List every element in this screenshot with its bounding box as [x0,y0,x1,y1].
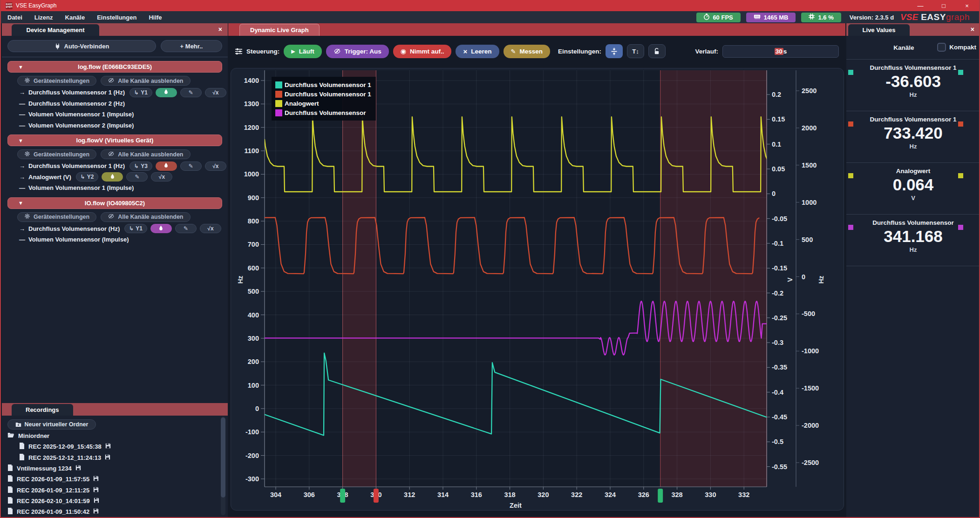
recordings-panel-body: Neuer virtueller Ordner MiniordnerREC 20… [2,416,228,517]
tab-recordings[interactable]: Recordings [12,404,73,416]
channel-color-button[interactable] [150,224,172,233]
history-input[interactable]: 30s [722,45,839,58]
save-icon [93,487,99,494]
kompakt-checkbox[interactable] [937,43,946,52]
collapse-triangle-icon[interactable]: ▼ [18,200,23,206]
svg-text:900: 900 [248,194,259,202]
menu-item-datei[interactable]: Datei [7,14,22,21]
channel-row[interactable]: →Analogwert (V)↳ Y2✎√x [2,172,228,183]
axis-assign-button[interactable]: ↳ Y3 [129,161,152,171]
channel-row[interactable]: →Durchfluss Volumensensor 1 (Hz)↳ Y3✎√x [2,161,228,172]
device-header-1[interactable]: ▼log.flowV (Virtuelles Gerät) [7,135,222,146]
device-header-0[interactable]: ▼log.flow (E066BC93EDE5) [7,61,222,73]
channel-color-button[interactable] [156,161,177,171]
tab-dynamic-live-graph[interactable]: Dynamic Live Graph [239,24,320,36]
recordings-scrollbar[interactable] [221,417,225,515]
gear-icon [24,213,30,221]
channel-color-button[interactable] [102,172,123,182]
close-button[interactable]: × [963,2,971,9]
svg-text:-2000: -2000 [802,422,819,429]
pencil-icon: ✎ [189,163,193,169]
legend-swatch [275,109,282,116]
menu-item-kanäle[interactable]: Kanäle [65,14,85,21]
channel-row[interactable]: —Volumen Volumensensor (Impulse) [2,234,228,245]
record-button[interactable]: ◉Nimmt auf.. [393,45,452,58]
folder-open-icon [7,432,14,439]
more-button[interactable]: + Mehr.. [161,40,222,52]
tab-device-management[interactable]: Device Management [12,24,99,36]
channel-row[interactable]: —Volumen Volumensensor 1 (Impulse) [2,109,228,120]
recordings-panel-bar: Recordings [2,403,228,416]
menu-item-einstellungen[interactable]: Einstellungen [97,14,136,21]
recording-folder-row[interactable]: Miniordner [2,431,228,441]
device-settings-button[interactable]: Geräteeinstellungen [17,149,96,159]
recording-file-row[interactable]: Vntilmessung 1234 [2,463,228,474]
svg-text:-200: -200 [245,452,259,459]
axis-assign-button[interactable]: ↳ Y2 [76,172,99,182]
recording-file-row[interactable]: REC 2026-02-10_14:01:59 [2,496,228,506]
live-values-panel-bar: Live Values × [846,23,980,36]
channel-edit-button[interactable]: ✎ [180,88,202,97]
device-panel-close-icon[interactable]: × [218,26,222,33]
channel-edit-button[interactable]: ✎ [180,161,202,171]
region-start-marker[interactable] [658,489,663,503]
clear-button[interactable]: ×Leeren [456,45,499,58]
channel-row[interactable]: →Durchfluss Volumensensor (Hz)↳ Y1✎√x [2,223,228,235]
measure-button[interactable]: ✎Messen [504,45,550,58]
live-values-close-icon[interactable]: × [971,26,974,33]
live-graph[interactable]: 1400130012001100100090080070060050040030… [231,68,844,511]
channel-row[interactable]: →Durchfluss Volumensensor 1 (Hz)↳ Y1✎√x [2,87,228,98]
region-shade [343,70,376,487]
recording-file-row[interactable]: REC 2026-01-09_11:50:42 [2,506,228,517]
auto-connect-button[interactable]: Auto-Verbinden [7,40,156,52]
axis-assign-button[interactable]: ↳ Y1 [129,88,152,97]
minimize-button[interactable]: — [917,2,924,9]
recording-file-row[interactable]: REC 2025-12-12_11:24:13 [2,452,228,463]
region-end-marker[interactable] [374,489,379,503]
maximize-button[interactable]: □ [940,2,947,9]
hide-all-channels-button[interactable]: Alle Kanäle ausblenden [101,212,190,222]
run-button[interactable]: ▶Läuft [284,45,321,58]
scrollbar-thumb[interactable] [221,417,225,498]
fit-vertical-button[interactable] [606,44,623,58]
device-header-2[interactable]: ▼IO.flow (IO409805C2) [7,197,222,209]
recording-file-row[interactable]: REC 2026-01-09_11:57:55 [2,474,228,484]
channel-edit-button[interactable]: ✎ [175,224,197,233]
region-start-marker[interactable] [340,489,345,503]
channel-formula-button[interactable]: √x [151,172,172,182]
collapse-triangle-icon[interactable]: ▼ [18,64,23,70]
hide-all-channels-button[interactable]: Alle Kanäle ausblenden [101,76,190,86]
channel-row[interactable]: —Volumen Volumensensor 2 (Impulse) [2,120,228,131]
channel-formula-button[interactable]: √x [200,224,221,233]
device-settings-button[interactable]: Geräteeinstellungen [17,76,96,86]
folder-plus-icon [15,422,21,427]
recording-file-row[interactable]: REC 2026-01-09_12:11:25 [2,484,228,495]
svg-text:1200: 1200 [244,124,259,131]
svg-text:1100: 1100 [245,147,259,155]
text-size-button[interactable]: T↕ [627,44,644,58]
channel-color-swatch [848,173,853,178]
collapse-triangle-icon[interactable]: ▼ [18,138,23,143]
menu-item-hilfe[interactable]: Hilfe [149,14,162,21]
channel-formula-button[interactable]: √x [205,161,226,171]
history-label: Verlauf: [695,48,718,55]
fit-vertical-icon [610,47,618,55]
live-values-body: Kanäle Kompakt Durchfluss Volumensensor … [846,36,980,517]
trigger-button[interactable]: Trigger: Aus [326,45,389,58]
channel-row[interactable]: —Volumen Volumensensor 1 (Impulse) [2,182,228,194]
channel-formula-button[interactable]: √x [205,88,226,97]
device-settings-button[interactable]: Geräteeinstellungen [17,212,96,222]
menu-item-lizenz[interactable]: Lizenz [34,14,53,21]
file-icon [19,454,25,462]
recording-file-row[interactable]: REC 2025-12-09_15:45:38 [2,441,228,452]
hide-all-channels-button[interactable]: Alle Kanäle ausblenden [101,149,190,159]
channel-edit-button[interactable]: ✎ [126,172,148,182]
tab-live-values[interactable]: Live Values [848,24,910,36]
new-virtual-folder-button[interactable]: Neuer virtueller Ordner [7,419,96,430]
channel-color-button[interactable] [156,88,177,97]
lock-button[interactable] [648,44,666,58]
play-icon: ▶ [291,48,295,54]
axis-assign-button[interactable]: ↳ Y1 [124,224,147,233]
svg-text:322: 322 [571,491,582,498]
channel-row[interactable]: —Durchfluss Volumensensor 2 (Hz) [2,98,228,109]
